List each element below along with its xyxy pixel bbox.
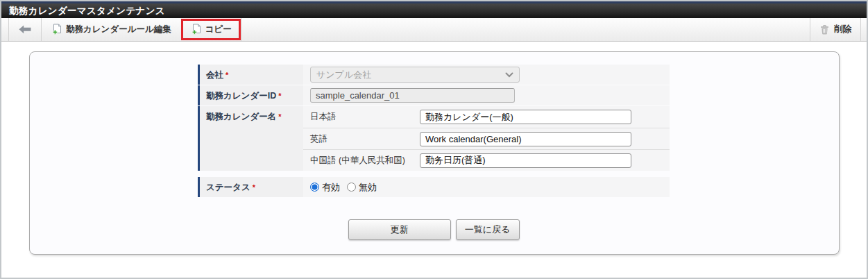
trash-icon <box>819 24 830 35</box>
toolbar: 勤務カレンダールール編集 コピー <box>1 18 867 42</box>
status-label: ステータス <box>206 183 250 192</box>
required-mark: * <box>225 71 228 79</box>
status-enabled-label: 有効 <box>322 181 340 194</box>
status-option-disabled[interactable]: 無効 <box>347 181 377 194</box>
status-radio-group: 有効 無効 <box>310 181 377 194</box>
status-option-enabled[interactable]: 有効 <box>310 181 340 194</box>
calendar-id-label-cell: 勤務カレンダーID* <box>198 85 303 105</box>
chinese-label: 中国語 (中華人民共和国) <box>310 155 420 167</box>
calendar-name-row-japanese: 日本語 <box>303 106 670 128</box>
content-panel: 会社* サンプル会社 勤務カレンダーID* <box>29 51 840 255</box>
update-button[interactable]: 更新 <box>348 219 451 240</box>
japanese-label: 日本語 <box>310 111 420 123</box>
radio-unselected-icon[interactable] <box>347 183 356 192</box>
company-label-cell: 会社* <box>198 65 303 85</box>
calendar-form: 会社* サンプル会社 勤務カレンダーID* <box>198 65 670 240</box>
page-title-bar: 勤務カレンダーマスタメンテナンス <box>1 1 867 18</box>
copy-button[interactable]: コピー <box>183 21 239 38</box>
calendar-name-row-chinese: 中国語 (中華人民共和国) <box>303 149 670 171</box>
english-label: 英語 <box>310 133 420 145</box>
company-label: 会社 <box>206 70 223 80</box>
copy-label: コピー <box>205 24 232 35</box>
rule-edit-label: 勤務カレンダールール編集 <box>66 24 171 35</box>
calendar-name-english-input[interactable] <box>420 132 631 146</box>
required-mark: * <box>253 183 255 192</box>
calendar-id-field-cell <box>303 85 670 105</box>
required-mark: * <box>278 92 281 100</box>
calendar-id-label: 勤務カレンダーID <box>206 91 276 101</box>
new-document-icon <box>51 24 62 35</box>
chevron-down-icon <box>505 72 513 78</box>
calendar-name-label: 勤務カレンダー名 <box>206 112 276 121</box>
form-actions: 更新 一覧に戻る <box>198 219 670 240</box>
copy-annotation-highlight: コピー <box>181 19 241 40</box>
status-disabled-label: 無効 <box>359 181 377 194</box>
calendar-name-field-cell: 日本語 英語 中国語 (中華人民共和国) <box>303 106 670 171</box>
rule-edit-button[interactable]: 勤務カレンダールール編集 <box>42 18 180 41</box>
calendar-name-japanese-input[interactable] <box>420 110 631 124</box>
status-field-cell: 有効 無効 <box>303 177 670 197</box>
delete-button[interactable]: 削除 <box>810 18 860 41</box>
company-field-cell: サンプル会社 <box>303 65 670 85</box>
calendar-name-row-english: 英語 <box>303 128 670 149</box>
form-row-calendar-name: 勤務カレンダー名* 日本語 英語 中国語 (中華人民共和国) <box>198 106 670 171</box>
back-button[interactable] <box>9 18 41 41</box>
form-row-calendar-id: 勤務カレンダーID* <box>198 85 670 105</box>
status-label-cell: ステータス* <box>198 177 303 197</box>
delete-label: 削除 <box>834 24 851 35</box>
back-arrow-icon <box>19 25 31 34</box>
toolbar-separator <box>860 18 861 41</box>
form-row-company: 会社* サンプル会社 <box>198 65 670 85</box>
calendar-name-chinese-input[interactable] <box>420 153 631 168</box>
radio-selected-icon[interactable] <box>310 183 319 192</box>
required-mark: * <box>278 112 281 121</box>
calendar-id-input <box>310 88 515 103</box>
back-to-list-button[interactable]: 一覧に戻る <box>456 219 520 240</box>
page-title: 勤務カレンダーマスタメンテナンス <box>9 5 165 17</box>
calendar-name-label-cell: 勤務カレンダー名* <box>198 106 303 171</box>
form-row-status: ステータス* 有効 無効 <box>198 177 670 197</box>
company-select-value: サンプル会社 <box>316 69 371 81</box>
app-window: 勤務カレンダーマスタメンテナンス 勤務カレンダールール編集 <box>0 0 868 279</box>
toolbar-separator <box>241 18 242 41</box>
copy-document-icon <box>190 24 201 35</box>
company-select: サンプル会社 <box>310 67 520 83</box>
